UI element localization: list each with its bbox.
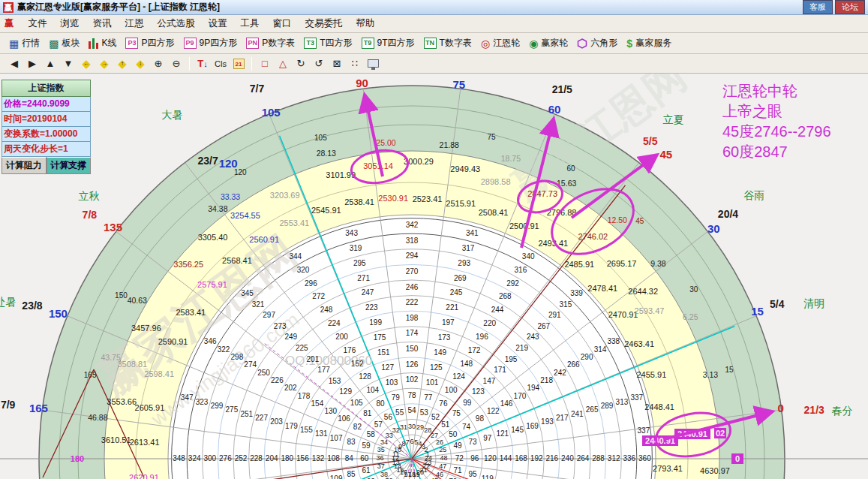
wheel-number: 252 [235,454,248,462]
calendar-icon: 21 [233,59,245,69]
menu-item-gann[interactable]: 江恩 [119,16,151,32]
wheel-number: 295 [353,259,366,267]
toolbar-button-sectors[interactable]: ▩板块 [44,35,84,51]
support-tab[interactable]: 客服 [803,0,833,14]
wheel-number: 24 [425,454,432,462]
menu-item-file[interactable]: 文件 [22,16,54,32]
wheel-number: 345 [241,289,254,297]
wheel-number: 95 [468,470,477,478]
toolbar-button-9p-square[interactable]: P99P四方形 [179,35,242,51]
price-inner-label: 2448.41 [644,402,674,411]
pan-down-button[interactable]: ◆↓ [132,56,149,71]
wheel-number: 128 [359,372,371,381]
wheel-number: 193 [541,417,554,426]
toolbar-button-label: 赢家服务 [635,37,671,50]
nav-up-button[interactable]: ▲ [42,56,59,71]
outer-angle-label: 150 [49,307,68,320]
crosshair-button[interactable]: ∷ [347,56,363,71]
toolbar-button-winner-wheel[interactable]: ◉赢家轮 [524,35,572,51]
wheel-number: 290 [581,353,593,361]
wheel-number: 109 [330,474,343,479]
extra-value-label: 337 [638,426,650,435]
zoom-out-button[interactable]: ⊖ [168,56,185,71]
toolbar-button-gann-wheel[interactable]: ◎江恩轮 [476,35,524,51]
wheel-number: 250 [257,369,270,377]
wheel-number: 28 [424,426,431,434]
outer-angle-label: 60 [548,103,561,116]
box-select-button[interactable]: ⊠ [329,56,345,71]
price-inner-label: 2583.41 [176,308,206,317]
wheel-number: 246 [406,283,419,291]
toolbar-button-p-number-table[interactable]: PNP数字表 [242,35,299,51]
wheel-number: 319 [350,244,362,252]
wheel-number: 342 [406,221,419,229]
menu-item-browse[interactable]: 浏览 [54,16,86,32]
wheel-number: 200 [335,333,348,341]
toolbar-separator [251,57,252,71]
wheel-number: 343 [345,229,358,237]
wheel-number: 150 [406,345,419,353]
pan-right-button[interactable]: ◆→ [96,56,113,71]
toolbar-button-p-square[interactable]: P3P四方形 [121,35,179,51]
wheel-number: 320 [297,266,310,274]
wheel-number: 218 [540,376,553,384]
menu-item-stock-picker[interactable]: 公式选股 [151,16,202,32]
price-outer-label: 2695.17 [607,259,637,268]
pan-left-button[interactable]: ◆← [78,56,95,71]
toolbar-separator [189,57,190,71]
menu-item-settings[interactable]: 设置 [202,16,234,32]
t-down-button[interactable]: T↓ [194,56,211,71]
date-label: 7/9 [1,399,16,411]
panel-row: 周天变化步长=1 [2,142,91,157]
toolbar-button-hexagon[interactable]: 六角形 [572,35,622,51]
wheel-number: 321 [252,300,265,309]
wheel-number: 337 [630,393,643,402]
wheel-number: 148 [460,360,473,368]
monitor-button[interactable] [365,56,381,71]
square-tool-button[interactable]: □ [257,56,273,71]
menu-item-trade[interactable]: 交易委托 [299,16,350,32]
calc-resistance-button[interactable]: 计算阻力 [2,157,47,174]
wheel-number: 46 [436,471,443,478]
wheel-number: 179 [285,422,298,430]
menu-item-news[interactable]: 资讯 [86,16,119,32]
rotate-ccw-button[interactable]: ↺ [311,56,327,71]
rotate-cw-button[interactable]: ↻ [293,56,309,71]
cls-button[interactable]: Cls [212,56,229,71]
down-arrow-icon: ↓ [203,59,208,68]
wheel-number: 77 [424,393,433,402]
toolbar-button-t-number-table[interactable]: TNT数字表 [419,35,476,51]
wheel-number: 121 [496,429,509,438]
annotation-line: 上帝之眼 [722,101,831,122]
panel-buttons: 计算阻力 计算支撑 [2,157,91,174]
wheel-number: 217 [556,414,569,422]
toolbar-button-kline[interactable]: K线 [84,35,121,51]
indicator-panel: 上证指数 价格=2440.9099时间=20190104变换系数=1.00000… [2,80,91,174]
menu-item-tools[interactable]: 工具 [234,16,266,32]
pan-up-button[interactable]: ◆↑ [114,56,131,71]
menu-item-window[interactable]: 窗口 [266,16,299,32]
toolbar-button-label: P四方形 [141,37,174,50]
wheel-number: 80 [377,399,386,408]
nav-right-button[interactable]: ▶ [24,56,41,71]
calendar-button[interactable]: 21 [230,56,247,71]
wheel-number: 297 [263,311,275,319]
wheel-number: 126 [406,360,419,369]
wheel-number: 248 [320,306,333,314]
wheel-number: 341 [466,229,479,237]
forum-tab[interactable]: 论坛 [835,0,865,14]
toolbar-button-quotes[interactable]: ▦行情 [5,35,44,51]
toolbar-button-9t-square[interactable]: T99T四方形 [357,35,419,51]
wheel-number: 100 [445,386,458,394]
toolbar-button-winner-service[interactable]: $赢家服务 [622,35,676,51]
nav-down-button[interactable]: ▼ [60,56,77,71]
menu-item-help[interactable]: 帮助 [350,16,382,32]
triangle-tool-button[interactable]: △ [275,56,291,71]
toolbar-button-t-square[interactable]: T3T四方形 [299,35,356,51]
drawing-toolbar: ◀▶▲▼◆←◆→◆↑◆↓⊕⊖T↓Cls21□△↻↺⊠∷ [0,54,868,74]
zoom-in-button[interactable]: ⊕ [150,56,167,71]
nav-left-button[interactable]: ◀ [6,56,23,71]
calc-support-button[interactable]: 计算支撑 [47,157,92,174]
wheel-number: 324 [188,454,201,462]
zoom-out-icon: ⊖ [173,58,181,69]
